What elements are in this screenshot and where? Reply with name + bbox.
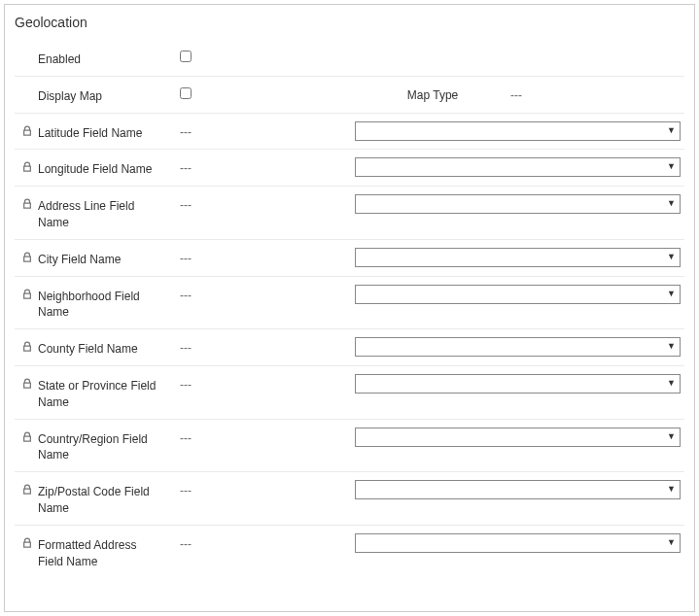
- enabled-label: Enabled: [38, 51, 81, 68]
- lock-icon: [20, 431, 34, 443]
- row-display-map: Display Map Map Type ---: [15, 76, 684, 113]
- zip-label: Zip/Postal Code Field Name: [38, 484, 164, 517]
- lock-icon: [20, 252, 34, 263]
- row-address: Address Line Field Name ---: [15, 186, 684, 239]
- neighborhood-value: ---: [180, 285, 355, 302]
- display-map-label: Display Map: [38, 88, 102, 105]
- display-map-checkbox[interactable]: [180, 87, 192, 99]
- row-longitude: Longitude Field Name ---: [15, 149, 684, 186]
- row-latitude: Latitude Field Name ---: [15, 113, 684, 150]
- state-select[interactable]: [355, 374, 681, 394]
- country-value: ---: [180, 428, 355, 445]
- enabled-checkbox[interactable]: [180, 51, 192, 62]
- row-city: City Field Name ---: [15, 239, 684, 276]
- lock-icon: [20, 341, 34, 353]
- zip-value: ---: [180, 480, 355, 497]
- panel-title: Geolocation: [15, 15, 684, 30]
- map-type-label: Map Type: [355, 85, 510, 102]
- formatted-value: ---: [180, 533, 355, 551]
- city-select[interactable]: [355, 248, 681, 267]
- row-county: County Field Name ---: [15, 328, 684, 365]
- county-select[interactable]: [355, 337, 681, 357]
- address-label: Address Line Field Name: [38, 198, 164, 231]
- formatted-select[interactable]: [355, 533, 681, 553]
- state-value: ---: [180, 374, 355, 392]
- state-label: State or Province Field Name: [38, 378, 164, 411]
- row-state: State or Province Field Name ---: [15, 365, 684, 419]
- country-select[interactable]: [355, 428, 681, 447]
- lock-icon: [20, 378, 34, 390]
- neighborhood-select[interactable]: [355, 285, 681, 304]
- geolocation-panel: Geolocation Enabled Display Map Map Type…: [4, 4, 695, 612]
- lock-icon: [20, 484, 34, 496]
- map-type-value: ---: [510, 85, 569, 102]
- row-country: Country/Region Field Name ---: [15, 419, 684, 472]
- row-formatted: Formatted Address Field Name ---: [15, 525, 684, 578]
- latitude-value: ---: [180, 121, 355, 139]
- address-select[interactable]: [355, 194, 681, 214]
- country-label: Country/Region Field Name: [38, 431, 164, 464]
- lock-icon: [20, 537, 34, 549]
- row-enabled: Enabled: [15, 40, 684, 76]
- row-neighborhood: Neighborhood Field Name ---: [15, 276, 684, 329]
- row-zip: Zip/Postal Code Field Name ---: [15, 471, 684, 525]
- city-value: ---: [180, 248, 355, 265]
- longitude-label: Longitude Field Name: [38, 161, 152, 178]
- longitude-value: ---: [180, 157, 355, 175]
- latitude-select[interactable]: [355, 121, 681, 141]
- lock-icon: [20, 198, 34, 210]
- county-value: ---: [180, 337, 355, 355]
- city-label: City Field Name: [38, 252, 121, 268]
- formatted-label: Formatted Address Field Name: [38, 537, 164, 570]
- neighborhood-label: Neighborhood Field Name: [38, 289, 164, 322]
- lock-icon: [20, 289, 34, 300]
- county-label: County Field Name: [38, 341, 138, 358]
- longitude-select[interactable]: [355, 157, 681, 177]
- address-value: ---: [180, 194, 355, 212]
- lock-icon: [20, 161, 34, 173]
- latitude-label: Latitude Field Name: [38, 125, 142, 142]
- lock-icon: [20, 125, 34, 137]
- zip-select[interactable]: [355, 480, 681, 499]
